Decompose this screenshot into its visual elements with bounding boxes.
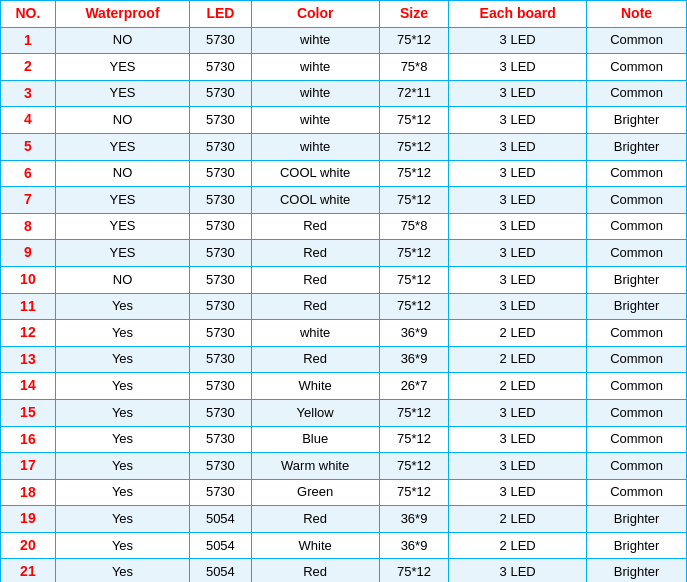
cell-led: 5730: [190, 27, 251, 54]
cell-led: 5730: [190, 453, 251, 480]
cell-note: Common: [587, 187, 687, 214]
cell-led: 5730: [190, 133, 251, 160]
table-row: 7YES5730COOL white75*123 LEDCommon: [1, 187, 687, 214]
table-row: 8YES5730Red75*83 LEDCommon: [1, 213, 687, 240]
product-table: NO.WaterproofLEDColorSizeEach boardNote …: [0, 0, 687, 582]
cell-color: Red: [251, 559, 379, 582]
cell-waterproof: Yes: [55, 399, 189, 426]
cell-color: Green: [251, 479, 379, 506]
cell-no: 19: [1, 506, 56, 533]
cell-each_board: 3 LED: [449, 266, 587, 293]
cell-waterproof: Yes: [55, 346, 189, 373]
table-row: 12Yes5730white36*92 LEDCommon: [1, 320, 687, 347]
table-row: 1NO5730wihte75*123 LEDCommon: [1, 27, 687, 54]
cell-waterproof: Yes: [55, 506, 189, 533]
cell-size: 36*9: [379, 532, 448, 559]
cell-color: Red: [251, 240, 379, 267]
cell-size: 75*12: [379, 107, 448, 134]
table-row: 19Yes5054Red36*92 LEDBrighter: [1, 506, 687, 533]
cell-no: 18: [1, 479, 56, 506]
cell-no: 16: [1, 426, 56, 453]
cell-size: 36*9: [379, 506, 448, 533]
table-row: 5YES5730wihte75*123 LEDBrighter: [1, 133, 687, 160]
cell-color: Warm white: [251, 453, 379, 480]
cell-size: 75*12: [379, 426, 448, 453]
cell-led: 5730: [190, 266, 251, 293]
cell-size: 75*12: [379, 133, 448, 160]
cell-color: wihte: [251, 27, 379, 54]
cell-color: COOL white: [251, 187, 379, 214]
cell-color: Blue: [251, 426, 379, 453]
cell-each_board: 3 LED: [449, 54, 587, 81]
cell-note: Common: [587, 453, 687, 480]
cell-note: Common: [587, 320, 687, 347]
table-row: 6NO5730COOL white75*123 LEDCommon: [1, 160, 687, 187]
cell-led: 5730: [190, 160, 251, 187]
cell-each_board: 2 LED: [449, 346, 587, 373]
table-row: 18Yes5730Green75*123 LEDCommon: [1, 479, 687, 506]
cell-size: 75*12: [379, 240, 448, 267]
cell-size: 75*12: [379, 453, 448, 480]
cell-color: Red: [251, 213, 379, 240]
table-row: 3YES5730wihte72*113 LEDCommon: [1, 80, 687, 107]
cell-each_board: 3 LED: [449, 187, 587, 214]
table-row: 17Yes5730Warm white75*123 LEDCommon: [1, 453, 687, 480]
cell-note: Brighter: [587, 532, 687, 559]
cell-waterproof: Yes: [55, 320, 189, 347]
cell-each_board: 3 LED: [449, 453, 587, 480]
column-header: Note: [587, 1, 687, 28]
cell-no: 10: [1, 266, 56, 293]
cell-color: Yellow: [251, 399, 379, 426]
cell-no: 1: [1, 27, 56, 54]
cell-led: 5730: [190, 107, 251, 134]
cell-note: Common: [587, 373, 687, 400]
cell-color: COOL white: [251, 160, 379, 187]
cell-each_board: 3 LED: [449, 133, 587, 160]
cell-size: 75*12: [379, 187, 448, 214]
cell-note: Common: [587, 54, 687, 81]
cell-note: Brighter: [587, 266, 687, 293]
cell-no: 14: [1, 373, 56, 400]
cell-no: 2: [1, 54, 56, 81]
cell-no: 7: [1, 187, 56, 214]
cell-each_board: 2 LED: [449, 373, 587, 400]
cell-led: 5730: [190, 320, 251, 347]
cell-note: Brighter: [587, 506, 687, 533]
cell-waterproof: NO: [55, 266, 189, 293]
cell-no: 11: [1, 293, 56, 320]
cell-size: 75*12: [379, 399, 448, 426]
cell-waterproof: Yes: [55, 532, 189, 559]
cell-waterproof: Yes: [55, 453, 189, 480]
cell-no: 6: [1, 160, 56, 187]
cell-led: 5054: [190, 506, 251, 533]
cell-note: Brighter: [587, 107, 687, 134]
cell-led: 5054: [190, 559, 251, 582]
cell-led: 5730: [190, 240, 251, 267]
cell-waterproof: YES: [55, 54, 189, 81]
cell-each_board: 3 LED: [449, 559, 587, 582]
table-row: 16Yes5730Blue75*123 LEDCommon: [1, 426, 687, 453]
cell-note: Brighter: [587, 133, 687, 160]
cell-color: wihte: [251, 107, 379, 134]
cell-color: wihte: [251, 80, 379, 107]
cell-waterproof: Yes: [55, 373, 189, 400]
cell-size: 75*8: [379, 213, 448, 240]
cell-led: 5730: [190, 80, 251, 107]
cell-led: 5730: [190, 293, 251, 320]
table-row: 10NO5730Red75*123 LEDBrighter: [1, 266, 687, 293]
cell-each_board: 3 LED: [449, 240, 587, 267]
cell-color: Red: [251, 346, 379, 373]
cell-size: 75*8: [379, 54, 448, 81]
cell-each_board: 3 LED: [449, 399, 587, 426]
cell-led: 5730: [190, 373, 251, 400]
cell-waterproof: NO: [55, 107, 189, 134]
cell-color: wihte: [251, 54, 379, 81]
table-row: 14Yes5730White26*72 LEDCommon: [1, 373, 687, 400]
cell-note: Common: [587, 213, 687, 240]
table-row: 2YES5730wihte75*83 LEDCommon: [1, 54, 687, 81]
cell-each_board: 2 LED: [449, 320, 587, 347]
cell-size: 75*12: [379, 266, 448, 293]
cell-note: Common: [587, 479, 687, 506]
cell-size: 75*12: [379, 479, 448, 506]
cell-color: wihte: [251, 133, 379, 160]
